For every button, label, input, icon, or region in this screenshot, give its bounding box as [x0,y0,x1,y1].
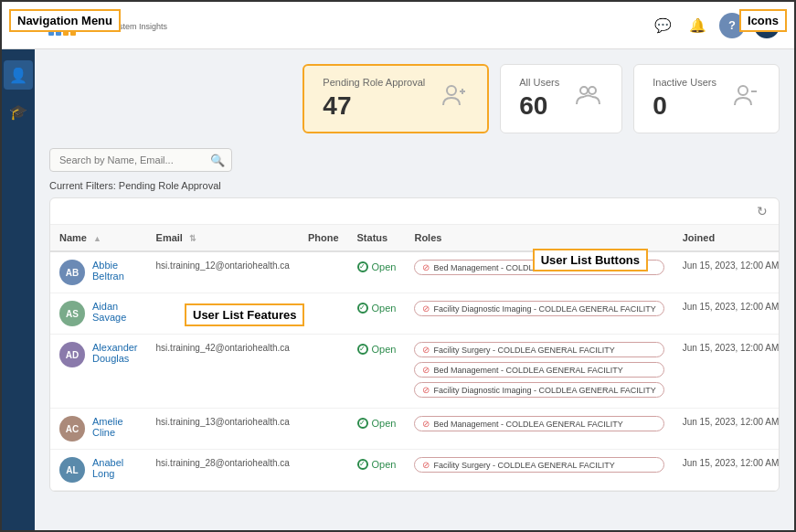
sort-email-icon: ⇅ [189,234,196,243]
role-icon: ⊘ [422,303,430,314]
email-text: hsi.training_12@ontariohealth.ca [156,261,290,271]
role-icon: ⊘ [422,419,430,429]
user-name-link[interactable]: Alexander Douglas [92,342,138,364]
roles-list: ⊘Bed Management - COLDLEA GENERAL FACILI… [414,416,663,434]
user-roles-cell: ⊘Facility Surgery - COLDLEA GENERAL FACI… [405,335,673,409]
app-outer-wrapper: Navigation Menu Icons User List Buttons … [0,0,796,532]
user-status-cell: ✓Open [348,251,406,293]
col-phone: Phone [299,225,348,251]
chat-icon-button[interactable]: 💬 [650,13,675,38]
role-badge: ⊘Facility Surgery - COLDLEA GENERAL FACI… [414,342,663,357]
role-badge: ⊘Facility Surgery - COLDLEA GENERAL FACI… [414,457,663,473]
stat-pending-value: 47 [323,91,425,121]
sort-name-icon: ▲ [93,234,101,243]
logo-text: HSI [16,16,47,35]
col-joined: Joined [674,225,780,251]
user-status-cell: ✓Open [348,335,406,409]
help-icon-button[interactable]: ? [719,13,745,38]
user-joined-cell: Jun 15, 2023, 12:00 AM [674,335,780,409]
role-badge: ⊘Bed Management - COLDLEA GENERAL FACILI… [414,260,663,275]
user-email-cell [147,293,299,335]
col-roles: Roles [405,225,673,251]
status-badge: ✓Open [357,303,397,314]
col-email: Email ⇅ [147,225,299,251]
user-status-cell: ✓Open [348,450,406,491]
avatar: AL [59,457,85,483]
role-badge: ⊘Bed Management - COLDLEA GENERAL FACILI… [414,362,663,378]
user-email-cell: hsi.training_42@ontariohealth.ca [147,335,299,409]
user-phone-cell [299,450,348,491]
inactive-users-icon [731,81,760,117]
avatar: AD [59,342,85,367]
table-header: Name ▲ Email ⇅ Phone Status Roles Joined [50,225,780,251]
role-badge: ⊘Bed Management - COLDLEA GENERAL FACILI… [414,416,663,431]
top-bar: HSI Health System Insights 💬 🔔 ? [2,2,794,49]
logo-bars [48,16,76,36]
user-phone-cell [299,409,348,450]
table-row: AB Abbie Beltran hsi.training_12@ontario… [50,251,780,293]
joined-date: Jun 15, 2023, 12:00 AM [683,417,780,427]
search-filter-row: 🔍 [49,148,780,172]
col-name: Name ▲ [50,225,147,251]
joined-date: Jun 15, 2023, 12:00 AM [683,261,780,271]
email-text: hsi.training_13@ontariohealth.ca [156,417,290,427]
user-name-cell: AD Alexander Douglas [50,335,147,409]
user-phone-cell [299,293,348,335]
user-name-link[interactable]: Amelie Cline [92,416,138,438]
svg-point-4 [589,87,596,94]
avatar: AS [59,301,85,326]
status-dot-icon: ✓ [357,261,368,272]
stat-card-all[interactable]: All Users 60 [500,64,622,133]
sidebar-item-users[interactable]: 👤 [4,60,33,90]
sidebar: 👤 🎓 [2,49,35,530]
user-status-cell: ✓Open [348,409,406,450]
role-icon: ⊘ [422,365,430,375]
stat-pending-label: Pending Role Approval [323,77,425,88]
stat-card-pending[interactable]: Pending Role Approval 47 [302,64,489,133]
status-dot-icon: ✓ [357,303,368,314]
col-status: Status [348,225,406,251]
user-name-link[interactable]: Anabel Long [92,457,138,479]
user-roles-cell: ⊘Facility Surgery - COLDLEA GENERAL FACI… [405,450,673,491]
email-text: hsi.training_42@ontariohealth.ca [156,343,290,353]
user-table-container: ↻ Name ▲ Email ⇅ Phone Status Roles Join… [49,197,780,492]
joined-date: Jun 15, 2023, 12:00 AM [683,343,780,353]
user-table: Name ▲ Email ⇅ Phone Status Roles Joined… [50,225,780,491]
joined-date: Jun 15, 2023, 12:00 AM [683,302,780,312]
all-users-icon [574,81,603,117]
top-icons: 💬 🔔 ? EP [650,13,780,38]
stat-inactive-value: 0 [653,91,716,121]
search-input[interactable] [49,148,232,172]
bell-icon-button[interactable]: 🔔 [685,13,710,38]
svg-point-3 [580,87,588,94]
users-icon: 👤 [9,67,27,84]
role-badge: ⊘Facility Diagnostic Imaging - COLDLEA G… [414,301,663,316]
joined-date: Jun 15, 2023, 12:00 AM [683,458,780,468]
pending-users-icon [440,81,469,117]
user-joined-cell: Jun 15, 2023, 12:00 AM [674,293,780,335]
user-name-cell: AS Aidan Savage [50,293,147,335]
role-icon: ⊘ [422,385,430,395]
refresh-button[interactable]: ↻ [757,204,768,218]
svg-point-5 [738,86,748,95]
user-joined-cell: Jun 15, 2023, 12:00 AM [674,251,780,293]
logo-subtitle: Health System Insights [83,22,167,31]
user-name-link[interactable]: Abbie Beltran [92,260,138,282]
status-dot-icon: ✓ [357,344,368,355]
filter-label: Current Filters: Pending Role Approval [49,179,780,192]
stat-card-inactive[interactable]: Inactive Users 0 [633,64,780,133]
user-name-cell: AL Anabel Long [50,450,147,491]
user-joined-cell: Jun 15, 2023, 12:00 AM [674,450,780,491]
status-badge: ✓Open [357,261,397,272]
user-name-link[interactable]: Aidan Savage [92,301,138,323]
role-badge: ⊘Facility Diagnostic Imaging - COLDLEA G… [414,382,663,398]
user-email-cell: hsi.training_13@ontariohealth.ca [147,409,299,450]
svg-point-0 [447,86,456,95]
sidebar-item-training[interactable]: 🎓 [4,97,33,126]
roles-list: ⊘Facility Surgery - COLDLEA GENERAL FACI… [414,342,663,400]
user-roles-cell: ⊘Bed Management - COLDLEA GENERAL FACILI… [405,409,673,450]
stat-all-label: All Users [519,77,559,88]
user-profile-button[interactable]: EP [754,13,780,38]
table-header-row: ↻ [50,198,779,225]
logo-area: HSI Health System Insights [16,16,167,36]
